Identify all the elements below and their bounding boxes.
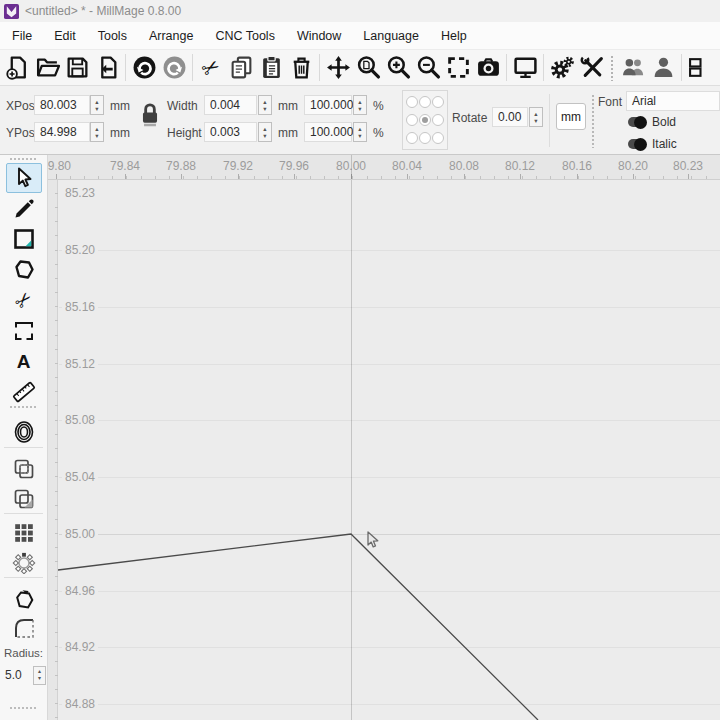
tool-subtract-button[interactable] [0,484,47,514]
font-panel-grip[interactable] [591,94,595,148]
menu-language[interactable]: Language [352,29,430,43]
ruler-minor-tick [451,176,452,179]
ruler-minor-tick [423,176,424,179]
tool-transform-polygon-button[interactable] [0,584,47,614]
width-percent-stepper[interactable]: ▴▾ [353,95,367,115]
italic-label: Italic [652,137,677,151]
zoom-page-button[interactable] [353,53,383,83]
monitor-button[interactable] [510,53,540,83]
width-percent-field[interactable]: 100.000 [304,95,352,115]
rotate-label: Rotate [452,111,487,125]
tool-fillet-corner-button[interactable] [0,613,47,643]
node-scissors-icon: ✂ [15,288,32,312]
xpos-stepper[interactable]: ▴▾ [90,95,104,115]
menu-help[interactable]: Help [430,29,478,43]
aspect-lock-icon[interactable] [137,99,163,131]
italic-toggle[interactable] [628,139,645,149]
tool-weld-union-button[interactable] [0,454,47,484]
save-button[interactable] [62,53,92,83]
font-family-field[interactable]: Arial [626,91,720,111]
anchor-bottom-left[interactable] [406,132,418,144]
tool-polygon-button[interactable] [0,255,47,285]
zoom-out-button[interactable] [413,53,443,83]
menu-arrange[interactable]: Arrange [138,29,204,43]
height-stepper[interactable]: ▴▾ [258,122,272,142]
design-canvas[interactable]: 85.2385.2085.1685.1285.0885.0485.0084.96… [48,180,720,720]
palette-separator [4,447,43,448]
height-percent-stepper[interactable]: ▴▾ [353,122,367,142]
tool-rectangle-button[interactable] [0,224,47,254]
unit-toggle-button[interactable]: mm [556,103,586,130]
anchor-top-right[interactable] [432,96,444,108]
users-button[interactable] [618,53,648,83]
monitor-icon [513,55,538,80]
anchor-mid-right[interactable] [432,114,444,126]
xpos-field[interactable]: 80.003 [34,95,90,115]
tools-wrench-button[interactable] [577,53,607,83]
redo-button[interactable] [159,53,189,83]
undo-button[interactable] [129,53,159,83]
ypos-field[interactable]: 84.998 [34,122,90,142]
anchor-top-left[interactable] [406,96,418,108]
palette-grip[interactable] [9,706,38,710]
tool-node-scissors-button[interactable]: ✂ [0,285,47,315]
anchor-bottom-right[interactable] [432,132,444,144]
menu-cnc-tools[interactable]: CNC Tools [204,29,286,43]
ypos-stepper[interactable]: ▴▾ [90,122,104,142]
paste-button[interactable] [256,53,286,83]
anchor-mid-left[interactable] [406,114,418,126]
copy-button[interactable] [226,53,256,83]
ruler-major-tick [577,174,578,179]
export-icon [95,55,120,80]
tool-draw-pencil-button[interactable] [0,194,47,224]
main-toolbar: ✂ [0,50,720,86]
tool-grid-array-button[interactable] [0,518,47,548]
move-button[interactable] [323,53,353,83]
cut-button[interactable]: ✂ [196,53,226,83]
user-icon [651,55,676,80]
toolbar-separator [319,54,320,81]
camera-button[interactable] [473,53,503,83]
width-percent-unit: % [373,99,384,113]
anchor-bottom-center[interactable] [419,132,431,144]
settings-gears-button[interactable] [547,53,577,83]
height-percent-field[interactable]: 100.000 [304,122,352,142]
radius-stepper[interactable]: ▴▾ [33,666,46,685]
palette-grip[interactable] [9,157,38,161]
tool-text-button[interactable]: A [0,347,47,377]
tool-marquee-button[interactable] [0,316,47,346]
ruler-minor-tick [141,176,142,179]
radius-value[interactable]: 5.0 [5,668,33,682]
hruler-label: 80.23 [673,159,703,173]
toolbar-grip[interactable] [610,55,615,81]
new-file-button[interactable] [2,53,32,83]
rotate-field[interactable]: 0.00 [492,107,528,127]
tool-measure-ruler-button[interactable] [0,377,47,407]
zoom-in-button[interactable] [383,53,413,83]
height-field[interactable]: 0.003 [204,122,257,142]
tool-circular-array-button[interactable] [0,547,47,577]
ruler-minor-tick [395,176,396,179]
bold-toggle[interactable] [628,117,645,127]
tool-select-button[interactable] [0,163,47,193]
export-button[interactable] [92,53,122,83]
menu-file[interactable]: File [1,29,43,43]
rotate-stepper[interactable]: ▴▾ [529,107,543,127]
clipped-panel-button[interactable] [685,53,715,83]
menu-tools[interactable]: Tools [87,29,138,43]
menu-window[interactable]: Window [286,29,352,43]
anchor-top-center[interactable] [419,96,431,108]
anchor-center[interactable] [419,114,431,126]
ruler-minor-tick [607,176,608,179]
user-button[interactable] [648,53,678,83]
tool-offset-button[interactable] [0,417,47,447]
anchor-point-grid[interactable] [402,90,448,150]
ruler-minor-tick [465,176,466,179]
marquee-select-button[interactable] [443,53,473,83]
open-file-button[interactable] [32,53,62,83]
width-field[interactable]: 0.004 [204,95,257,115]
menu-edit[interactable]: Edit [43,29,87,43]
width-stepper[interactable]: ▴▾ [258,95,272,115]
ruler-minor-tick [564,176,565,179]
delete-button[interactable] [286,53,316,83]
